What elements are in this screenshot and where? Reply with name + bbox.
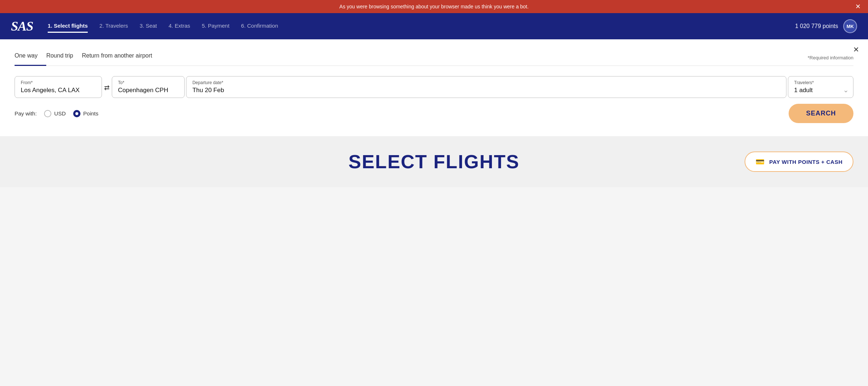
travelers-label: Travelers* <box>794 80 847 85</box>
chevron-down-icon: ⌵ <box>844 87 847 93</box>
points-label: Points <box>83 110 99 117</box>
points-display: 1 020 779 points <box>795 23 838 29</box>
pay-with-points-cash-button[interactable]: 💳 PAY WITH POINTS + CASH <box>745 151 853 172</box>
bot-warning-banner: As you were browsing something about you… <box>0 0 868 13</box>
nav-step-payment[interactable]: 5. Payment <box>202 20 229 33</box>
sas-logo[interactable]: SAS <box>11 19 33 34</box>
tab-one-way[interactable]: One way <box>15 50 46 66</box>
banner-message: As you were browsing something about you… <box>339 4 529 9</box>
main-nav: SAS 1. Select flights 2. Travelers 3. Se… <box>0 13 868 39</box>
from-label: From* <box>21 80 96 85</box>
travelers-value: 1 adult <box>794 87 813 94</box>
from-field[interactable]: From* Los Angeles, CA LAX <box>15 76 102 98</box>
bottom-section: SELECT FLIGHTS 💳 PAY WITH POINTS + CASH <box>0 136 868 187</box>
departure-date-field[interactable]: Departure date* Thu 20 Feb <box>186 76 786 98</box>
departure-label: Departure date* <box>192 80 780 85</box>
nav-right: 1 020 779 points MK <box>795 19 857 33</box>
points-radio-option[interactable]: Points <box>73 110 99 117</box>
points-cash-icon: 💳 <box>755 157 765 166</box>
user-avatar[interactable]: MK <box>843 19 857 33</box>
points-radio-button[interactable] <box>73 110 80 117</box>
travelers-row: 1 adult ⌵ <box>794 87 847 94</box>
to-field[interactable]: To* Copenhagen CPH <box>112 76 185 98</box>
search-button[interactable]: SEARCH <box>789 104 853 123</box>
nav-step-confirmation[interactable]: 6. Confirmation <box>241 20 278 33</box>
nav-steps: 1. Select flights 2. Travelers 3. Seat 4… <box>48 20 795 33</box>
pay-with-label: Pay with: <box>15 110 37 117</box>
from-value: Los Angeles, CA LAX <box>21 87 96 94</box>
departure-value: Thu 20 Feb <box>192 87 780 94</box>
required-info-label: *Required information <box>808 55 853 60</box>
travelers-field[interactable]: Travelers* 1 adult ⌵ <box>788 76 853 98</box>
banner-close-button[interactable]: ✕ <box>855 3 861 11</box>
nav-step-travelers[interactable]: 2. Travelers <box>99 20 128 33</box>
usd-label: USD <box>54 110 66 117</box>
tab-round-trip[interactable]: Round trip <box>46 50 82 66</box>
swap-airports-button[interactable]: ⇄ <box>102 78 112 98</box>
search-panel-close-button[interactable]: ✕ <box>853 45 859 54</box>
nav-step-seat[interactable]: 3. Seat <box>139 20 157 33</box>
pay-with-row: Pay with: USD Points <box>15 110 98 117</box>
to-value: Copenhagen CPH <box>118 87 178 94</box>
usd-radio-button[interactable] <box>44 110 51 117</box>
to-label: To* <box>118 80 178 85</box>
nav-step-extras[interactable]: 4. Extras <box>169 20 190 33</box>
tab-return-another-airport[interactable]: Return from another airport <box>82 50 161 66</box>
usd-radio-option[interactable]: USD <box>44 110 66 117</box>
select-flights-title: SELECT FLIGHTS <box>348 151 520 173</box>
search-area: SEARCH <box>789 104 853 123</box>
search-form: From* Los Angeles, CA LAX ⇄ To* Copenhag… <box>15 76 853 98</box>
nav-step-select-flights[interactable]: 1. Select flights <box>48 20 88 33</box>
trip-type-tabs: One way Round trip Return from another a… <box>15 50 853 66</box>
pay-with-points-cash-label: PAY WITH POINTS + CASH <box>769 159 843 165</box>
search-panel: ✕ One way Round trip Return from another… <box>0 39 868 136</box>
